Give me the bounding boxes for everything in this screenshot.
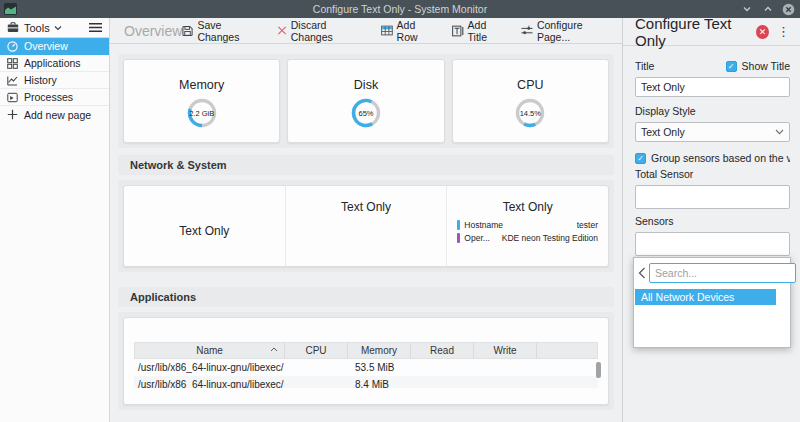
sensor-label: Oper... bbox=[464, 233, 490, 243]
page-content: Memory 2.2 GiB Disk bbox=[110, 44, 622, 422]
sensor-picker-popup: All Network Devices bbox=[633, 257, 791, 348]
table-scrollbar[interactable] bbox=[596, 362, 601, 378]
memory-gauge-value: 2.2 GiB bbox=[189, 109, 214, 118]
column-header-memory[interactable]: Memory bbox=[348, 343, 411, 358]
section-network-system: Network & System bbox=[118, 155, 614, 175]
column-label: CPU bbox=[305, 345, 326, 356]
section-applications: Applications bbox=[118, 287, 614, 307]
config-panel: Configure Text Only ✕ ⋮ Title ✓ Show Tit… bbox=[622, 18, 800, 422]
sensors-label: Sensors bbox=[635, 215, 674, 227]
configure-page-label: Configure Page... bbox=[537, 19, 612, 43]
table-header: Name CPU Memory Read Write bbox=[134, 342, 598, 359]
processes-icon bbox=[7, 92, 18, 103]
config-panel-body: Title ✓ Show Title Display Style Text On… bbox=[623, 46, 800, 256]
column-header-write[interactable]: Write bbox=[474, 343, 537, 358]
sort-ascending-icon bbox=[270, 347, 278, 352]
display-style-label: Display Style bbox=[635, 105, 696, 117]
sidebar-item-label: History bbox=[24, 74, 57, 86]
table-row[interactable]: /usr/lib/x86_64-linux-gnu/libexec/ 8.4 M… bbox=[134, 376, 598, 388]
column-header-read[interactable]: Read bbox=[411, 343, 474, 358]
cpu-card[interactable]: CPU 14.5% bbox=[452, 59, 609, 143]
cpu-card-title: CPU bbox=[517, 78, 543, 92]
configure-page-button[interactable]: Configure Page... bbox=[521, 19, 612, 43]
sidebar-item-overview[interactable]: Overview bbox=[0, 38, 109, 55]
column-label: Name bbox=[196, 345, 223, 356]
toolbox-icon bbox=[7, 22, 19, 33]
display-style-select[interactable]: Text Only bbox=[635, 122, 790, 142]
hostname-color-bar bbox=[457, 220, 460, 230]
cell-memory: 53.5 MiB bbox=[347, 362, 410, 373]
history-chart-icon bbox=[7, 75, 18, 86]
main-area: Overview Save Changes Discard Changes bbox=[110, 18, 622, 422]
column-header-name[interactable]: Name bbox=[135, 343, 285, 358]
config-panel-title: Configure Text Only bbox=[635, 15, 756, 49]
column-header-cpu[interactable]: CPU bbox=[285, 343, 348, 358]
sidebar-item-history[interactable]: History bbox=[0, 72, 109, 89]
chevron-down-icon bbox=[54, 25, 62, 31]
sidebar-item-applications[interactable]: Applications bbox=[0, 55, 109, 72]
sensor-value: tester bbox=[577, 220, 598, 230]
hamburger-menu-icon[interactable] bbox=[89, 23, 102, 32]
network-row: Text Only Text Only Text Only Hostname t… bbox=[118, 180, 614, 272]
sensors-input[interactable] bbox=[635, 232, 790, 256]
column-header-empty bbox=[537, 343, 597, 358]
close-window-button[interactable] bbox=[782, 3, 795, 16]
window-title: Configure Text Only - System Monitor bbox=[0, 3, 800, 15]
save-changes-label: Save Changes bbox=[197, 19, 260, 43]
disk-card[interactable]: Disk 65% bbox=[287, 59, 444, 143]
disk-gauge: 65% bbox=[349, 96, 383, 130]
display-style-value: Text Only bbox=[641, 126, 685, 138]
total-sensor-input[interactable] bbox=[635, 185, 790, 209]
checkbox-checked-icon: ✓ bbox=[635, 153, 646, 164]
text-only-title: Text Only bbox=[124, 224, 285, 238]
memory-card-title: Memory bbox=[179, 78, 224, 92]
column-label: Read bbox=[430, 345, 454, 356]
overflow-menu-icon[interactable]: ⋮ bbox=[777, 24, 790, 39]
sensor-list-item-all-network-devices[interactable]: All Network Devices bbox=[635, 289, 776, 305]
text-only-title: Text Only bbox=[286, 200, 447, 214]
discard-changes-label: Discard Changes bbox=[291, 19, 365, 43]
cpu-gauge: 14.5% bbox=[513, 96, 547, 130]
chevron-left-icon bbox=[638, 267, 646, 279]
text-only-col-3[interactable]: Text Only Hostname tester Oper... KDE ne… bbox=[446, 186, 608, 266]
sidebar-item-label: Add new page bbox=[24, 109, 91, 121]
text-only-col-2[interactable]: Text Only bbox=[285, 186, 447, 266]
tools-label: Tools bbox=[24, 22, 50, 34]
add-title-icon bbox=[452, 25, 464, 37]
sidebar-item-processes[interactable]: Processes bbox=[0, 89, 109, 106]
discard-changes-button[interactable]: Discard Changes bbox=[277, 19, 365, 43]
config-panel-header: Configure Text Only ✕ ⋮ bbox=[623, 18, 800, 46]
disk-card-title: Disk bbox=[354, 78, 378, 92]
sidebar-item-add-new-page[interactable]: Add new page bbox=[0, 106, 109, 123]
cell-name: /usr/lib/x86_64-linux-gnu/libexec/... bbox=[134, 362, 284, 373]
process-table-card[interactable]: Name CPU Memory Read Write bbox=[123, 317, 609, 405]
table-row[interactable]: /usr/lib/x86_64-linux-gnu/libexec/... 53… bbox=[134, 359, 598, 376]
sensor-label: Hostname bbox=[464, 220, 503, 230]
toolbar: Overview Save Changes Discard Changes bbox=[110, 18, 622, 44]
show-title-label: Show Title bbox=[742, 60, 790, 72]
show-title-checkbox[interactable]: ✓ Show Title bbox=[726, 60, 790, 72]
text-only-card[interactable]: Text Only Text Only Text Only Hostname t… bbox=[123, 185, 609, 267]
add-title-button[interactable]: Add Title bbox=[452, 19, 505, 43]
group-sensors-checkbox[interactable]: ✓ Group sensors based on the value of th… bbox=[635, 152, 790, 164]
back-button[interactable] bbox=[638, 264, 646, 282]
tools-menu[interactable]: Tools bbox=[0, 18, 109, 38]
text-only-col-1[interactable]: Text Only bbox=[124, 186, 285, 266]
add-row-label: Add Row bbox=[397, 19, 436, 43]
memory-card[interactable]: Memory 2.2 GiB bbox=[123, 59, 280, 143]
close-panel-icon[interactable]: ✕ bbox=[756, 25, 769, 39]
column-label: Write bbox=[493, 345, 516, 356]
title-input[interactable] bbox=[635, 77, 790, 97]
maximize-button[interactable] bbox=[761, 3, 774, 16]
add-row-button[interactable]: Add Row bbox=[381, 19, 436, 43]
save-changes-button[interactable]: Save Changes bbox=[182, 19, 260, 43]
add-title-label: Add Title bbox=[468, 19, 505, 43]
total-sensor-label: Total Sensor bbox=[635, 168, 693, 180]
plus-icon bbox=[7, 109, 18, 120]
memory-gauge: 2.2 GiB bbox=[185, 96, 219, 130]
sidebar-item-label: Overview bbox=[24, 40, 68, 52]
cell-name: /usr/lib/x86_64-linux-gnu/libexec/ bbox=[134, 379, 284, 388]
sensor-search-input[interactable] bbox=[649, 263, 796, 283]
column-label: Memory bbox=[361, 345, 397, 356]
app-window: Configure Text Only - System Monitor bbox=[0, 0, 800, 422]
